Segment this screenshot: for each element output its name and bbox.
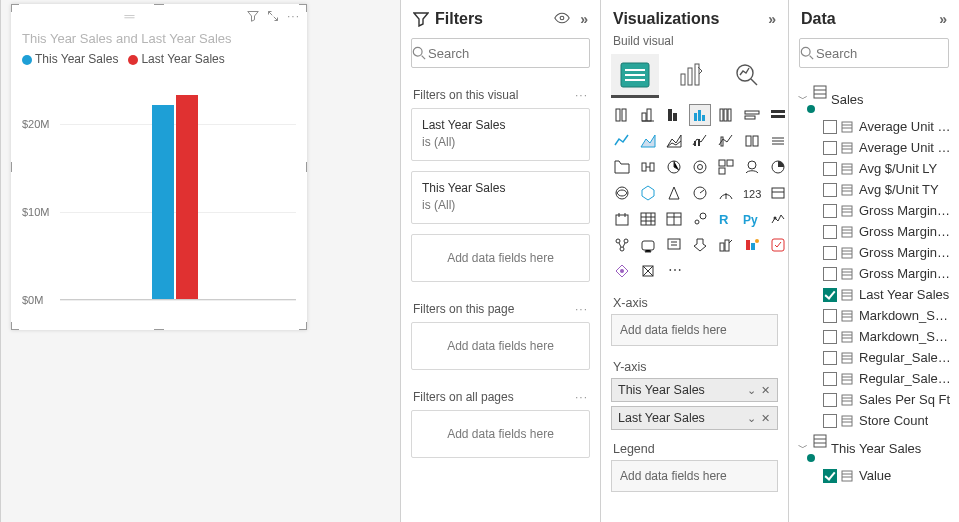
filter-drop-zone[interactable]: Add data fields here	[411, 410, 590, 458]
field-node[interactable]: Gross Margin L...	[795, 221, 953, 242]
viz-type-icon[interactable]: Py	[741, 208, 763, 230]
viz-type-icon[interactable]	[741, 156, 763, 178]
viz-type-icon[interactable]	[637, 104, 659, 126]
viz-type-icon[interactable]	[767, 130, 788, 152]
viz-type-icon[interactable]: 123	[741, 182, 763, 204]
viz-type-icon[interactable]	[663, 208, 685, 230]
legend-well[interactable]: Add data fields here	[611, 460, 778, 492]
chart-visual[interactable]: ═ ··· This Year Sales and Last Year Sale…	[11, 4, 307, 330]
tab-format-visual[interactable]	[667, 54, 715, 98]
field-node[interactable]: Markdown_Sal...	[795, 305, 953, 326]
field-node[interactable]: Average Unit P...	[795, 137, 953, 158]
viz-type-icon[interactable]	[767, 156, 788, 178]
viz-type-icon[interactable]	[715, 130, 737, 152]
field-node[interactable]: Sales Per Sq Ft	[795, 389, 953, 410]
checkbox[interactable]	[823, 162, 837, 176]
drag-handle-icon[interactable]: ═	[18, 8, 239, 24]
checkbox[interactable]	[823, 393, 837, 407]
chevron-down-icon[interactable]: ﹀	[797, 92, 809, 106]
collapse-pane-icon[interactable]: »	[768, 11, 776, 27]
viz-type-icon[interactable]	[689, 182, 711, 204]
viz-type-icon[interactable]	[611, 234, 633, 256]
data-search-input[interactable]	[814, 45, 959, 62]
viz-type-icon[interactable]	[689, 208, 711, 230]
viz-type-icon[interactable]	[715, 182, 737, 204]
field-node[interactable]: Regular_Sales_...	[795, 368, 953, 389]
filter-icon[interactable]	[247, 10, 259, 22]
checkbox[interactable]	[823, 204, 837, 218]
viz-type-icon[interactable]	[767, 104, 788, 126]
bar-last-year-sales[interactable]	[176, 95, 198, 299]
field-node[interactable]: Avg $/Unit TY	[795, 179, 953, 200]
viz-type-icon[interactable]	[689, 156, 711, 178]
checkbox[interactable]	[823, 246, 837, 260]
viz-type-icon[interactable]	[663, 130, 685, 152]
chevron-down-icon[interactable]: ⌄	[747, 412, 757, 424]
viz-type-icon[interactable]	[741, 234, 763, 256]
remove-icon[interactable]: ✕	[761, 412, 771, 424]
field-node[interactable]: Gross Margin L...	[795, 200, 953, 221]
table-node[interactable]: ﹀This Year Sales	[795, 431, 953, 465]
field-node[interactable]: Last Year Sales	[795, 284, 953, 305]
viz-type-icon[interactable]	[637, 208, 659, 230]
data-search[interactable]	[799, 38, 949, 68]
bar-this-year-sales[interactable]	[152, 105, 174, 299]
checkbox[interactable]	[823, 141, 837, 155]
viz-type-icon[interactable]	[715, 104, 737, 126]
field-node[interactable]: Regular_Sales_...	[795, 347, 953, 368]
collapse-pane-icon[interactable]: »	[939, 11, 947, 27]
filters-search[interactable]	[411, 38, 590, 68]
checkbox[interactable]	[823, 120, 837, 134]
filter-card[interactable]: This Year Sales is (All)	[411, 171, 590, 224]
checkbox[interactable]	[823, 372, 837, 386]
viz-type-icon[interactable]	[637, 182, 659, 204]
viz-type-icon[interactable]	[611, 208, 633, 230]
field-node[interactable]: Gross Margin T...	[795, 263, 953, 284]
checkbox[interactable]	[823, 351, 837, 365]
more-icon[interactable]: ···	[575, 390, 588, 404]
field-node[interactable]: Value	[795, 465, 953, 486]
viz-type-icon[interactable]	[611, 130, 633, 152]
show-filters-icon[interactable]	[554, 11, 570, 27]
viz-type-icon[interactable]	[689, 234, 711, 256]
tab-analytics[interactable]	[723, 54, 771, 98]
viz-type-icon[interactable]	[637, 260, 659, 282]
chevron-down-icon[interactable]: ﹀	[797, 441, 809, 455]
viz-type-icon[interactable]	[663, 156, 685, 178]
field-node[interactable]: Store Count	[795, 410, 953, 431]
checkbox[interactable]	[823, 183, 837, 197]
viz-type-icon[interactable]	[715, 234, 737, 256]
viz-type-icon[interactable]	[767, 182, 788, 204]
viz-type-icon[interactable]	[663, 104, 685, 126]
viz-type-icon[interactable]	[611, 104, 633, 126]
field-node[interactable]: Avg $/Unit LY	[795, 158, 953, 179]
viz-type-icon[interactable]: ⋯	[663, 260, 685, 282]
filter-drop-zone[interactable]: Add data fields here	[411, 234, 590, 282]
viz-type-icon[interactable]	[611, 156, 633, 178]
filter-card[interactable]: Last Year Sales is (All)	[411, 108, 590, 161]
focus-mode-icon[interactable]	[267, 10, 279, 22]
viz-type-icon[interactable]	[741, 104, 763, 126]
viz-type-icon[interactable]: R	[715, 208, 737, 230]
viz-type-icon[interactable]	[741, 130, 763, 152]
viz-type-icon[interactable]	[611, 260, 633, 282]
viz-type-icon[interactable]	[663, 234, 685, 256]
collapse-pane-icon[interactable]: »	[580, 11, 588, 27]
checkbox[interactable]	[823, 288, 837, 302]
checkbox[interactable]	[823, 225, 837, 239]
field-node[interactable]: Markdown_Sal...	[795, 326, 953, 347]
table-node[interactable]: ﹀Sales	[795, 82, 953, 116]
viz-type-icon[interactable]	[689, 130, 711, 152]
viz-type-icon[interactable]	[689, 104, 711, 126]
more-icon[interactable]: ···	[575, 302, 588, 316]
checkbox[interactable]	[823, 309, 837, 323]
checkbox[interactable]	[823, 330, 837, 344]
checkbox[interactable]	[823, 267, 837, 281]
tab-build-visual[interactable]	[611, 54, 659, 98]
viz-type-icon[interactable]	[611, 182, 633, 204]
viz-type-icon[interactable]	[637, 156, 659, 178]
viz-type-icon[interactable]	[663, 182, 685, 204]
viz-type-icon[interactable]	[767, 234, 788, 256]
chevron-down-icon[interactable]: ⌄	[747, 384, 757, 396]
viz-type-icon[interactable]	[637, 130, 659, 152]
